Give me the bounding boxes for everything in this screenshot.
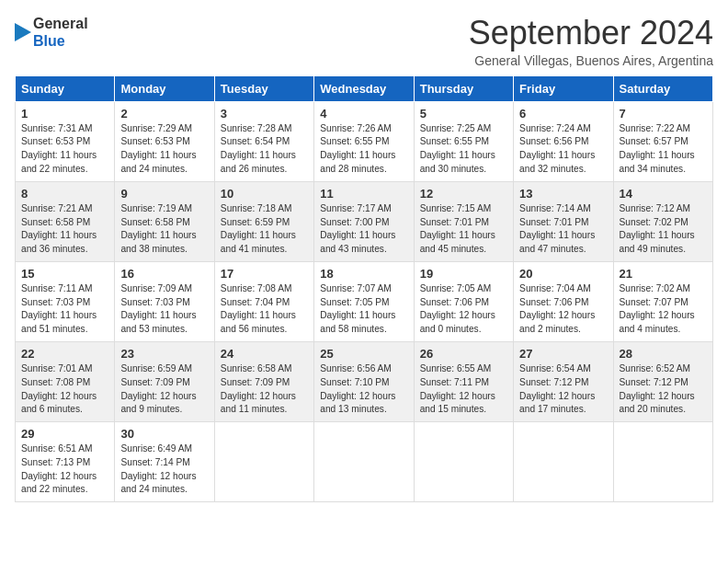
day-info: Sunrise: 7:19 AM Sunset: 6:58 PM Dayligh… — [120, 202, 208, 257]
day-number: 2 — [120, 107, 208, 121]
day-info: Sunrise: 7:24 AM Sunset: 6:56 PM Dayligh… — [519, 122, 607, 177]
day-number: 30 — [120, 427, 208, 441]
day-info: Sunrise: 7:17 AM Sunset: 7:00 PM Dayligh… — [320, 202, 407, 257]
day-number: 26 — [420, 347, 507, 361]
calendar-header-tuesday: Tuesday — [214, 75, 313, 101]
calendar-cell: 15 Sunrise: 7:11 AM Sunset: 7:03 PM Dayl… — [16, 261, 115, 341]
day-info: Sunrise: 6:59 AM Sunset: 7:09 PM Dayligh… — [120, 362, 208, 417]
page-header: General Blue September 2024 General Vill… — [15, 15, 713, 68]
calendar-header-row: SundayMondayTuesdayWednesdayThursdayFrid… — [16, 75, 713, 101]
day-info: Sunrise: 6:58 AM Sunset: 7:09 PM Dayligh… — [221, 362, 308, 417]
calendar-cell: 20 Sunrise: 7:04 AM Sunset: 7:06 PM Dayl… — [514, 261, 613, 341]
day-number: 6 — [519, 107, 607, 121]
calendar-cell: 7 Sunrise: 7:22 AM Sunset: 6:57 PM Dayli… — [613, 101, 712, 181]
day-number: 23 — [120, 347, 208, 361]
day-number: 19 — [420, 267, 507, 281]
day-number: 8 — [21, 187, 108, 201]
day-number: 20 — [519, 267, 607, 281]
calendar-header-monday: Monday — [115, 75, 214, 101]
svg-marker-0 — [15, 23, 31, 41]
calendar-cell: 16 Sunrise: 7:09 AM Sunset: 7:03 PM Dayl… — [115, 261, 214, 341]
calendar-cell: 30 Sunrise: 6:49 AM Sunset: 7:14 PM Dayl… — [115, 422, 214, 502]
calendar-header-wednesday: Wednesday — [314, 75, 414, 101]
calendar-row-1: 1 Sunrise: 7:31 AM Sunset: 6:53 PM Dayli… — [16, 101, 713, 181]
calendar-header-friday: Friday — [514, 75, 613, 101]
day-info: Sunrise: 6:54 AM Sunset: 7:12 PM Dayligh… — [519, 362, 607, 417]
calendar-header-sunday: Sunday — [16, 75, 115, 101]
calendar-cell: 14 Sunrise: 7:12 AM Sunset: 7:02 PM Dayl… — [613, 181, 712, 261]
calendar-cell — [514, 422, 613, 502]
logo-blue-label: Blue — [33, 32, 88, 50]
day-number: 14 — [620, 187, 707, 201]
day-number: 12 — [420, 187, 507, 201]
day-info: Sunrise: 7:18 AM Sunset: 6:59 PM Dayligh… — [221, 202, 308, 257]
day-info: Sunrise: 7:28 AM Sunset: 6:54 PM Dayligh… — [221, 122, 308, 177]
calendar-cell: 25 Sunrise: 6:56 AM Sunset: 7:10 PM Dayl… — [314, 341, 414, 421]
calendar-cell: 8 Sunrise: 7:21 AM Sunset: 6:58 PM Dayli… — [16, 181, 115, 261]
calendar-cell: 13 Sunrise: 7:14 AM Sunset: 7:01 PM Dayl… — [514, 181, 613, 261]
day-number: 1 — [21, 107, 108, 121]
calendar-cell: 27 Sunrise: 6:54 AM Sunset: 7:12 PM Dayl… — [514, 341, 613, 421]
calendar-cell: 18 Sunrise: 7:07 AM Sunset: 7:05 PM Dayl… — [314, 261, 414, 341]
calendar-cell: 24 Sunrise: 6:58 AM Sunset: 7:09 PM Dayl… — [214, 341, 313, 421]
logo-triangle-icon — [15, 19, 31, 45]
logo-general-label: General — [33, 15, 88, 32]
day-number: 4 — [320, 107, 407, 121]
calendar-cell — [214, 422, 313, 502]
day-number: 13 — [519, 187, 607, 201]
day-info: Sunrise: 6:51 AM Sunset: 7:13 PM Dayligh… — [21, 442, 108, 497]
day-info: Sunrise: 6:52 AM Sunset: 7:12 PM Dayligh… — [620, 362, 707, 417]
day-number: 5 — [420, 107, 507, 121]
day-info: Sunrise: 6:56 AM Sunset: 7:10 PM Dayligh… — [320, 362, 407, 417]
calendar-cell: 17 Sunrise: 7:08 AM Sunset: 7:04 PM Dayl… — [214, 261, 313, 341]
calendar-cell: 1 Sunrise: 7:31 AM Sunset: 6:53 PM Dayli… — [16, 101, 115, 181]
calendar-cell: 22 Sunrise: 7:01 AM Sunset: 7:08 PM Dayl… — [16, 341, 115, 421]
day-info: Sunrise: 7:01 AM Sunset: 7:08 PM Dayligh… — [21, 362, 108, 417]
title-block: September 2024 General Villegas, Buenos … — [469, 15, 713, 68]
calendar-row-4: 22 Sunrise: 7:01 AM Sunset: 7:08 PM Dayl… — [16, 341, 713, 421]
day-number: 9 — [120, 187, 208, 201]
calendar-cell: 2 Sunrise: 7:29 AM Sunset: 6:53 PM Dayli… — [115, 101, 214, 181]
calendar-cell: 10 Sunrise: 7:18 AM Sunset: 6:59 PM Dayl… — [214, 181, 313, 261]
logo: General Blue — [15, 15, 88, 50]
calendar-cell: 26 Sunrise: 6:55 AM Sunset: 7:11 PM Dayl… — [414, 341, 513, 421]
day-info: Sunrise: 7:05 AM Sunset: 7:06 PM Dayligh… — [420, 282, 507, 337]
calendar-cell: 28 Sunrise: 6:52 AM Sunset: 7:12 PM Dayl… — [613, 341, 712, 421]
day-number: 7 — [620, 107, 707, 121]
calendar-cell — [314, 422, 414, 502]
day-number: 3 — [221, 107, 308, 121]
day-info: Sunrise: 7:11 AM Sunset: 7:03 PM Dayligh… — [21, 282, 108, 337]
calendar-cell: 6 Sunrise: 7:24 AM Sunset: 6:56 PM Dayli… — [514, 101, 613, 181]
day-info: Sunrise: 7:21 AM Sunset: 6:58 PM Dayligh… — [21, 202, 108, 257]
calendar-cell: 5 Sunrise: 7:25 AM Sunset: 6:55 PM Dayli… — [414, 101, 513, 181]
day-number: 28 — [620, 347, 707, 361]
day-info: Sunrise: 7:15 AM Sunset: 7:01 PM Dayligh… — [420, 202, 507, 257]
day-number: 25 — [320, 347, 407, 361]
day-info: Sunrise: 7:31 AM Sunset: 6:53 PM Dayligh… — [21, 122, 108, 177]
day-number: 10 — [221, 187, 308, 201]
day-info: Sunrise: 7:29 AM Sunset: 6:53 PM Dayligh… — [120, 122, 208, 177]
calendar-cell — [414, 422, 513, 502]
calendar-row-2: 8 Sunrise: 7:21 AM Sunset: 6:58 PM Dayli… — [16, 181, 713, 261]
calendar-cell: 3 Sunrise: 7:28 AM Sunset: 6:54 PM Dayli… — [214, 101, 313, 181]
day-number: 11 — [320, 187, 407, 201]
day-number: 18 — [320, 267, 407, 281]
calendar-cell: 12 Sunrise: 7:15 AM Sunset: 7:01 PM Dayl… — [414, 181, 513, 261]
day-info: Sunrise: 7:25 AM Sunset: 6:55 PM Dayligh… — [420, 122, 507, 177]
day-info: Sunrise: 7:14 AM Sunset: 7:01 PM Dayligh… — [519, 202, 607, 257]
logo-container: General Blue — [15, 15, 88, 50]
day-info: Sunrise: 7:08 AM Sunset: 7:04 PM Dayligh… — [221, 282, 308, 337]
day-number: 29 — [21, 427, 108, 441]
calendar-cell — [613, 422, 712, 502]
day-number: 15 — [21, 267, 108, 281]
calendar-cell: 11 Sunrise: 7:17 AM Sunset: 7:00 PM Dayl… — [314, 181, 414, 261]
calendar-header-saturday: Saturday — [613, 75, 712, 101]
calendar-row-5: 29 Sunrise: 6:51 AM Sunset: 7:13 PM Dayl… — [16, 422, 713, 502]
day-number: 22 — [21, 347, 108, 361]
day-info: Sunrise: 7:02 AM Sunset: 7:07 PM Dayligh… — [620, 282, 707, 337]
calendar-table: SundayMondayTuesdayWednesdayThursdayFrid… — [15, 75, 713, 503]
day-number: 27 — [519, 347, 607, 361]
day-number: 24 — [221, 347, 308, 361]
calendar-cell: 29 Sunrise: 6:51 AM Sunset: 7:13 PM Dayl… — [16, 422, 115, 502]
calendar-row-3: 15 Sunrise: 7:11 AM Sunset: 7:03 PM Dayl… — [16, 261, 713, 341]
